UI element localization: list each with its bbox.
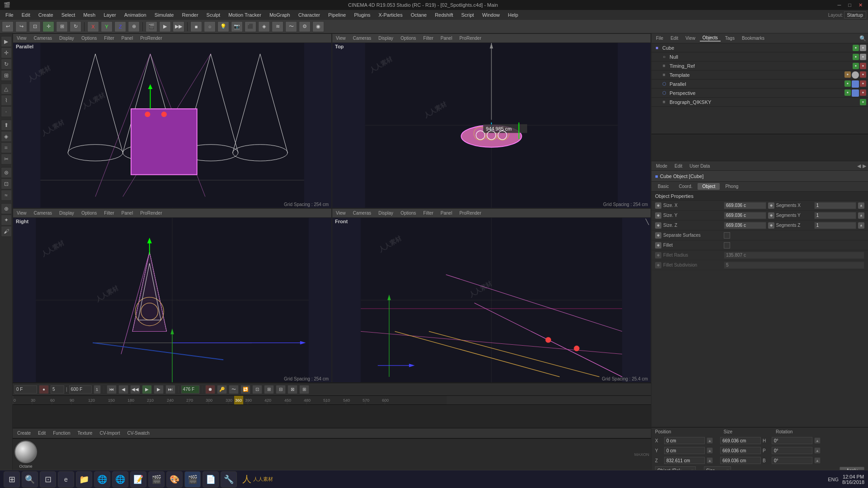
shader-button[interactable]: ◉ — [312, 21, 324, 32]
prop-seg-x-spin[interactable]: ▲ — [858, 202, 864, 209]
frame-field-2[interactable]: 1 — [94, 385, 101, 394]
prs-rot-p[interactable]: 0° — [772, 447, 812, 454]
left-tool-snap[interactable]: ⊕ — [1, 203, 12, 214]
left-tool-axis[interactable]: ✦ — [1, 215, 12, 225]
grid-button[interactable]: ⊞ — [299, 385, 309, 394]
left-tool-edge[interactable]: ⌇ — [1, 95, 12, 106]
obj-header-objects[interactable]: Objects — [700, 35, 721, 42]
prs-size-z[interactable]: 669.036 cm — [720, 457, 761, 464]
prop-size-z-lock[interactable]: ◆ — [768, 222, 774, 229]
timeline-tracks[interactable] — [13, 405, 651, 428]
play-button[interactable]: ▶ — [142, 385, 152, 394]
prop-seg-y-value[interactable]: 1 — [814, 212, 857, 219]
left-tool-bevel[interactable]: ◈ — [1, 131, 12, 142]
vp-front-filter[interactable]: Filter — [421, 210, 435, 216]
prs-size-y[interactable]: 669.036 cm — [720, 447, 761, 454]
menu-pipeline[interactable]: Pipeline — [325, 11, 349, 19]
prop-size-y-value[interactable]: 669.036 c — [724, 212, 766, 219]
z-axis-button[interactable]: Z — [114, 21, 126, 32]
vp-right-prorender[interactable]: ProRender — [138, 210, 164, 216]
prop-next-btn[interactable]: ▶ — [863, 163, 866, 169]
vp-front-canvas[interactable]: 人人素材 人人素材 — [332, 218, 651, 383]
obj-row-cube[interactable]: ■ Cube ● ● — [651, 43, 868, 52]
left-tool-paint[interactable]: 🖌 — [1, 226, 12, 237]
prop-seg-z-value[interactable]: 1 — [814, 222, 857, 229]
obj-render-perspective[interactable]: ● — [860, 89, 866, 96]
menu-script[interactable]: Script — [458, 11, 477, 19]
vp-top-panel[interactable]: Panel — [439, 35, 454, 41]
mat-function[interactable]: Function — [50, 430, 73, 436]
prop-edit-btn[interactable]: Edit — [672, 163, 685, 169]
vp-parallel-display[interactable]: Display — [57, 35, 76, 41]
vp-parallel-panel[interactable]: Panel — [120, 35, 135, 41]
vp-parallel-prorender[interactable]: ProRender — [138, 35, 164, 41]
menu-render[interactable]: Render — [178, 11, 202, 19]
cube-button[interactable]: ■ — [190, 21, 202, 32]
prop-userdata-btn[interactable]: User Data — [687, 163, 712, 169]
taskbar-ie[interactable]: e — [58, 471, 74, 488]
prs-pos-z-icon[interactable]: ▲ — [707, 457, 713, 464]
close-button[interactable]: ✕ — [857, 2, 864, 8]
taskbar-browser2[interactable]: 🌐 — [112, 471, 128, 488]
menu-motion-tracker[interactable]: Motion Tracker — [225, 11, 265, 19]
vp-parallel-options[interactable]: Options — [80, 35, 99, 41]
vp-right-canvas[interactable]: 人人素材 人人素材 — [13, 218, 331, 383]
tab-object[interactable]: Object — [698, 183, 720, 190]
tab-phong[interactable]: Phong — [721, 183, 743, 190]
menu-mograph[interactable]: MoGraph — [266, 11, 294, 19]
settings-button[interactable]: ⚙ — [299, 21, 311, 32]
prop-seg-z-spin[interactable]: ▲ — [858, 222, 864, 229]
menu-layer[interactable]: Layer — [100, 11, 120, 19]
sphere-button[interactable]: ○ — [204, 21, 216, 32]
left-tool-polygon[interactable]: △ — [1, 84, 12, 94]
end-frame-field[interactable]: 600 F — [69, 385, 92, 394]
vp-top-prorender[interactable]: ProRender — [458, 35, 483, 41]
viewport-top[interactable]: View Cameras Display Options Filter Pane… — [332, 33, 651, 208]
param3-button[interactable]: ⊟ — [276, 385, 286, 394]
lights-button[interactable]: 💡 — [217, 21, 229, 32]
vp-right-panel[interactable]: Panel — [120, 210, 135, 216]
menu-simulate[interactable]: Simulate — [151, 11, 178, 19]
menu-mesh[interactable]: Mesh — [80, 11, 99, 19]
tab-coord[interactable]: Coord. — [674, 183, 697, 190]
minimize-button[interactable]: ─ — [836, 2, 843, 8]
taskbar-search[interactable]: 🔍 — [22, 471, 38, 488]
vp-right-view[interactable]: View — [15, 210, 28, 216]
prs-size-x[interactable]: 669.036 cm — [720, 437, 761, 444]
prop-seg-x-value[interactable]: 1 — [814, 202, 857, 209]
menu-octane[interactable]: Octane — [407, 11, 430, 19]
prop-size-x-icon[interactable]: ◆ — [655, 202, 661, 209]
obj-vis-null[interactable]: ● — [853, 54, 859, 60]
current-frame-field[interactable]: 5 — [51, 385, 64, 394]
goto-start-button[interactable]: ⏮ — [107, 385, 117, 394]
motion-button[interactable]: 〜 — [229, 385, 239, 394]
taskbar-start[interactable]: ⊞ — [4, 471, 20, 488]
record-button[interactable]: ● — [39, 385, 49, 394]
vp-top-view[interactable]: View — [334, 35, 348, 41]
vp-right-options[interactable]: Options — [80, 210, 99, 216]
menu-animation[interactable]: Animation — [121, 11, 150, 19]
record-auto-button[interactable]: ⏺ — [205, 385, 215, 394]
prop-seg-y-spin[interactable]: ▲ — [858, 212, 864, 219]
vp-top-cameras[interactable]: Cameras — [351, 35, 373, 41]
viewport-parallel[interactable]: View Cameras Display Options Filter Pane… — [13, 33, 332, 208]
vp-right-cameras[interactable]: Cameras — [32, 210, 54, 216]
param4-button[interactable]: ⊠ — [288, 385, 297, 394]
prop-fillet-icon[interactable]: ◆ — [655, 242, 661, 249]
taskbar-app1[interactable]: 📝 — [130, 471, 146, 488]
floor-button[interactable]: ⬛ — [245, 21, 256, 32]
obj-render-parallel[interactable]: ● — [860, 80, 866, 87]
live-selection-button[interactable]: ⊡ — [29, 21, 41, 32]
left-tool-rotate[interactable]: ↻ — [1, 59, 12, 70]
vp-front-options[interactable]: Options — [399, 210, 418, 216]
goto-end-button[interactable]: ⏭ — [165, 385, 175, 394]
obj-row-parallel[interactable]: ⬡ Parallel ● ● — [651, 80, 868, 89]
search-icon[interactable]: 🔍 — [859, 35, 866, 42]
vp-front-panel[interactable]: Panel — [439, 210, 454, 216]
mat-edit[interactable]: Edit — [35, 430, 48, 436]
vp-top-canvas[interactable]: 人人素材 人人素材 — [332, 43, 651, 208]
vp-top-filter[interactable]: Filter — [421, 35, 435, 41]
obj-header-tags[interactable]: Tags — [722, 35, 737, 41]
prs-rot-h-icon[interactable]: ▲ — [814, 437, 821, 444]
render-button[interactable]: ▶ — [159, 21, 171, 32]
